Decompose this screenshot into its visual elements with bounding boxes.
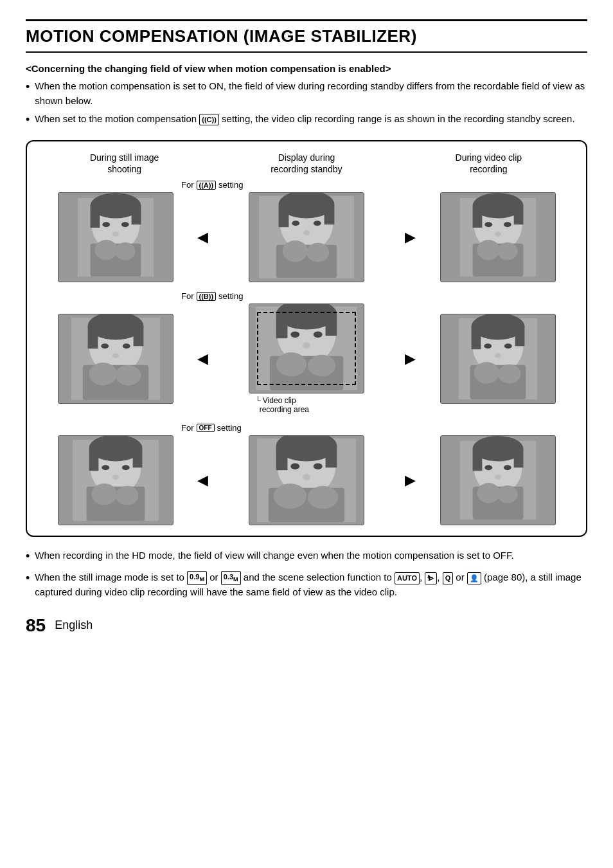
svg-point-67 — [504, 344, 511, 349]
svg-rect-5 — [131, 206, 141, 225]
bottom-bullet-1: When recording in the HD mode, the field… — [26, 548, 587, 565]
row3-center-label: For OFF setting — [33, 423, 580, 433]
subtitle: <Concerning the changing field of view w… — [26, 63, 587, 74]
svg-rect-64 — [471, 327, 481, 349]
svg-point-91 — [314, 464, 323, 470]
row2-right-col — [416, 314, 580, 404]
svg-point-46 — [89, 363, 116, 385]
svg-point-6 — [102, 222, 110, 228]
svg-point-78 — [102, 466, 109, 471]
bullet-2-text: When set to the motion compensation ((C)… — [35, 112, 574, 127]
diagram-row-1: For ((A)) setting — [33, 180, 580, 282]
svg-point-22 — [283, 240, 308, 262]
svg-point-90 — [290, 464, 299, 470]
row3-center-img — [249, 435, 364, 525]
bottom-bullet-2-text: When the still image mode is set to 0.9M… — [35, 570, 587, 600]
svg-point-103 — [503, 466, 511, 471]
diagram-row-3: For OFF setting — [33, 423, 580, 525]
svg-rect-89 — [326, 446, 337, 468]
row3-right-col — [416, 435, 580, 525]
video-clip-label: └ Video clip recording area — [249, 396, 364, 414]
row2-left-img — [58, 314, 173, 404]
row2-arrow-right: ▶ — [405, 350, 416, 367]
svg-point-66 — [484, 344, 492, 349]
icon-ski: ⛷ — [425, 572, 437, 584]
svg-rect-88 — [276, 446, 288, 470]
svg-point-7 — [121, 222, 129, 228]
svg-rect-16 — [279, 204, 289, 227]
svg-point-94 — [274, 484, 306, 509]
row1-left-img — [58, 192, 173, 282]
svg-point-102 — [484, 466, 492, 471]
bottom-bullet-2: When the still image mode is set to 0.9M… — [26, 570, 587, 600]
icon-03m: 0.3M — [221, 571, 241, 585]
svg-point-20 — [303, 231, 310, 236]
row3-left-col — [33, 435, 197, 525]
svg-point-19 — [314, 221, 321, 226]
icon-q: Q — [443, 572, 454, 584]
icon-auto: AUTO — [395, 572, 420, 584]
row3-images: ◀ — [33, 435, 580, 525]
row2-center-col: └ Video clip recording area — [208, 303, 405, 414]
row2-center-label: For ((B)) setting — [33, 291, 580, 301]
svg-rect-40 — [87, 326, 98, 348]
row3-right-img — [440, 435, 556, 525]
svg-point-82 — [91, 484, 116, 505]
svg-point-30 — [484, 222, 492, 228]
icon-person: 👤 — [467, 572, 481, 584]
svg-point-23 — [306, 243, 329, 262]
intro-bullets: When the motion compensation is set to O… — [26, 79, 587, 129]
bullet-2: When set to the motion compensation ((C)… — [26, 112, 587, 129]
icon-cont: ((C)) — [199, 114, 219, 126]
row2-arrow-left: ◀ — [197, 350, 208, 367]
svg-point-104 — [495, 475, 501, 480]
row3-arrow-left: ◀ — [197, 472, 208, 489]
svg-rect-41 — [133, 326, 143, 347]
svg-point-92 — [303, 475, 310, 481]
svg-point-107 — [497, 485, 518, 503]
diagram-row-2: For ((B)) setting — [33, 291, 580, 414]
col1-header: During still imageshooting — [60, 152, 189, 175]
svg-point-70 — [474, 362, 499, 384]
svg-point-71 — [498, 365, 520, 384]
svg-point-34 — [477, 240, 499, 260]
page-language: English — [55, 619, 93, 632]
row1-center-img — [249, 192, 364, 282]
svg-point-47 — [116, 365, 141, 386]
svg-rect-17 — [324, 204, 335, 225]
page-title: MOTION COMPENSATION (IMAGE STABILIZER) — [26, 19, 587, 53]
row1-center-label: For ((A)) setting — [33, 180, 580, 190]
svg-point-35 — [497, 242, 518, 260]
row2-images: ◀ — [33, 303, 580, 414]
svg-point-8 — [112, 232, 119, 237]
svg-rect-4 — [90, 206, 100, 228]
dashed-box — [257, 312, 356, 385]
svg-point-80 — [112, 475, 119, 480]
svg-rect-77 — [132, 448, 142, 468]
svg-point-32 — [495, 232, 501, 237]
row1-arrow-right: ▶ — [405, 229, 416, 246]
icon-09m: 0.9M — [187, 571, 207, 585]
svg-rect-101 — [513, 449, 523, 468]
diagram-header: During still imageshooting Display durin… — [33, 152, 580, 175]
svg-point-83 — [116, 486, 138, 505]
row3-left-img — [58, 435, 173, 525]
svg-point-95 — [308, 486, 338, 509]
svg-point-18 — [292, 221, 299, 226]
svg-rect-28 — [472, 206, 482, 228]
svg-rect-100 — [472, 449, 482, 471]
bottom-bullet-1-text: When recording in the HD mode, the field… — [35, 548, 513, 563]
row1-right-col — [416, 192, 580, 282]
page-number: 85 — [26, 615, 46, 636]
row1-images: ◀ — [33, 192, 580, 282]
diagram-container: During still imageshooting Display durin… — [26, 140, 587, 537]
bullet-1: When the motion compensation is set to O… — [26, 79, 587, 108]
col2-header: Display duringrecording standby — [242, 152, 371, 175]
row1-right-img — [440, 192, 556, 282]
svg-point-79 — [121, 466, 129, 471]
svg-point-11 — [115, 242, 136, 260]
icon-b: ((B)) — [197, 292, 217, 301]
row2-right-img — [440, 314, 556, 404]
bullet-1-text: When the motion compensation is set to O… — [35, 79, 587, 108]
svg-point-43 — [122, 344, 130, 349]
